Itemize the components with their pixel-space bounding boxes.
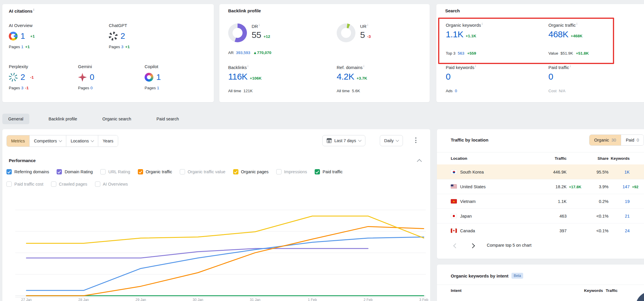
collapse-section-button[interactable] xyxy=(417,159,422,164)
granularity-button[interactable]: Daily xyxy=(380,135,403,146)
date-range-button[interactable]: Last 7 days xyxy=(322,135,365,146)
copilot-icon xyxy=(145,73,153,82)
citation-pages-link[interactable]: 1 xyxy=(21,45,23,49)
citation-pages-link[interactable]: 3 xyxy=(121,45,123,49)
traffic-value-row: Value $51.9K +51.8K xyxy=(548,51,589,56)
location-keywords-link[interactable]: 147 xyxy=(609,184,630,189)
metric-checkbox-paid-traffic[interactable]: Paid traffic xyxy=(315,169,343,174)
paid-keywords-value-link[interactable]: 0 xyxy=(446,72,450,82)
metric-checkbox-organic-traffic-value[interactable]: Organic traffic value xyxy=(180,169,226,174)
citation-count-link[interactable]: 2 xyxy=(21,73,25,82)
toggle-paid[interactable]: Paid 0 xyxy=(621,135,644,145)
metric-checkbox-ai-overviews[interactable]: AI Overviews xyxy=(95,181,128,187)
citation-pages: Pages0 xyxy=(78,86,94,90)
location-row-vietnam[interactable]: Vietnam1.1K0.2%19 xyxy=(437,194,644,208)
paid-traffic-value-link[interactable]: 0 xyxy=(548,72,553,82)
ar-row: AR 393,593 ▲770,070 xyxy=(228,51,271,55)
calendar-icon xyxy=(327,138,332,143)
chatgpt-icon xyxy=(109,32,118,41)
organic-traffic-label: Organic traffici xyxy=(548,22,577,28)
citation-pages-link[interactable]: 0 xyxy=(90,86,93,90)
info-icon[interactable]: i xyxy=(248,65,248,68)
info-icon[interactable]: i xyxy=(475,65,476,68)
ar-value-link[interactable]: 393,593 xyxy=(236,51,250,55)
x-axis-label: 28 Jan xyxy=(74,298,93,301)
info-icon[interactable]: i xyxy=(570,65,571,68)
search-title: Search xyxy=(445,8,460,13)
location-keywords-link[interactable]: 21 xyxy=(609,214,630,218)
citation-pages-link[interactable]: 1 xyxy=(157,86,159,90)
metric-checkbox-url-rating[interactable]: URL Rating xyxy=(100,169,130,174)
performance-line-chart[interactable] xyxy=(15,190,426,300)
location-keywords-link[interactable]: 1K xyxy=(609,170,630,174)
location-row-united-states[interactable]: United States18.2K+17.8K3.9%147+92 xyxy=(437,179,644,194)
filter-locations-button[interactable]: Locations xyxy=(66,135,98,147)
info-icon[interactable]: i xyxy=(482,22,482,26)
keywords-by-intent-title: Organic keywords by intentBeta xyxy=(451,273,523,279)
organic-keywords-value-link[interactable]: 1.1K xyxy=(446,29,463,39)
info-icon[interactable]: i xyxy=(367,23,368,27)
checkbox-label: Crawled pages xyxy=(59,182,87,186)
location-row-japan[interactable]: Japan463<0.1%21 xyxy=(437,208,644,223)
filter-competitors-button[interactable]: Competitors xyxy=(30,135,66,147)
organic-keywords-value-row: 1.1K +1.1K xyxy=(446,29,476,39)
ur-donut xyxy=(337,23,355,42)
checkbox-icon xyxy=(95,181,100,187)
checkbox-icon xyxy=(6,181,12,187)
location-row-south-korea[interactable]: South Korea446.9K95.5%1K xyxy=(437,164,644,179)
citation-count-link[interactable]: 1 xyxy=(21,31,25,41)
citation-delta: -1 xyxy=(30,75,34,80)
prev-page-button[interactable] xyxy=(453,243,458,248)
metric-checkbox-domain-rating[interactable]: Domain Rating xyxy=(57,169,93,174)
checkbox-label: Organic pages xyxy=(241,169,269,174)
filter-metrics-button[interactable]: Metrics xyxy=(7,135,30,147)
backlinks-value-link[interactable]: 116K xyxy=(228,72,248,82)
info-icon[interactable]: i xyxy=(363,65,364,68)
more-options-button[interactable] xyxy=(415,137,416,143)
metric-checkbox-crawled-pages[interactable]: Crawled pages xyxy=(51,181,87,187)
info-icon[interactable]: i xyxy=(259,23,260,27)
citation-label: Perplexity xyxy=(9,64,34,69)
metric-checkbox-impressions[interactable]: Impressions xyxy=(276,169,307,174)
checkbox-label: Organic traffic xyxy=(146,169,172,174)
paid-keywords-label: Paid keywordsi xyxy=(446,65,476,70)
location-keywords-link[interactable]: 24 xyxy=(609,228,630,233)
info-icon[interactable]: i xyxy=(33,8,34,11)
tab-backlink-profile[interactable]: Backlink profile xyxy=(43,114,83,124)
location-keywords-link[interactable]: 19 xyxy=(609,199,630,204)
citation-pages: Pages1+1 xyxy=(9,45,35,49)
citation-count-link[interactable]: 0 xyxy=(90,73,94,82)
checkbox-label: AI Overviews xyxy=(103,182,128,186)
checkbox-icon xyxy=(233,169,238,174)
metric-checkbox-organic-pages[interactable]: Organic pages xyxy=(233,169,269,174)
organic-traffic-value-link[interactable]: 468K xyxy=(548,29,568,39)
compare-top5-label[interactable]: Compare top 5 on chart xyxy=(487,243,531,248)
metric-checkbox-organic-traffic[interactable]: Organic traffic xyxy=(138,169,172,174)
checkbox-label: Referring domains xyxy=(14,169,49,174)
checkbox-label: Paid traffic cost xyxy=(14,182,43,186)
info-icon[interactable]: i xyxy=(577,22,577,26)
tab-general[interactable]: General xyxy=(2,114,29,124)
location-row-canada[interactable]: Canada397<0.1%24 xyxy=(437,223,644,238)
backlinks-alltime: All time 121K xyxy=(228,89,253,93)
toggle-organic[interactable]: Organic 30 xyxy=(589,135,621,145)
location-share: 3.9% xyxy=(584,184,609,189)
checkbox-icon xyxy=(138,169,143,174)
filter-years-button[interactable]: Years xyxy=(98,135,118,147)
metric-checkbox-paid-traffic-cost[interactable]: Paid traffic cost xyxy=(6,181,43,187)
checkbox-icon xyxy=(100,169,106,174)
citation-pages: Pages1 xyxy=(145,86,161,90)
metric-checkbox-referring-domains[interactable]: Referring domains xyxy=(6,169,49,174)
location-share: 95.5% xyxy=(584,170,609,174)
top3-value-link[interactable]: 563 xyxy=(458,51,465,56)
ref-domains-value-link[interactable]: 4.2K xyxy=(337,72,354,82)
citation-pages-link[interactable]: 3 xyxy=(21,86,23,90)
series-organic-traffic xyxy=(26,226,424,296)
tab-paid-search[interactable]: Paid search xyxy=(150,114,185,124)
checkbox-icon xyxy=(57,169,62,174)
citation-count-link[interactable]: 1 xyxy=(156,73,161,82)
filter-segmented-control: MetricsCompetitorsLocationsYears xyxy=(6,135,118,147)
tab-organic-search[interactable]: Organic search xyxy=(96,114,137,124)
next-page-button[interactable] xyxy=(470,243,475,248)
citation-count-link[interactable]: 2 xyxy=(121,31,125,41)
